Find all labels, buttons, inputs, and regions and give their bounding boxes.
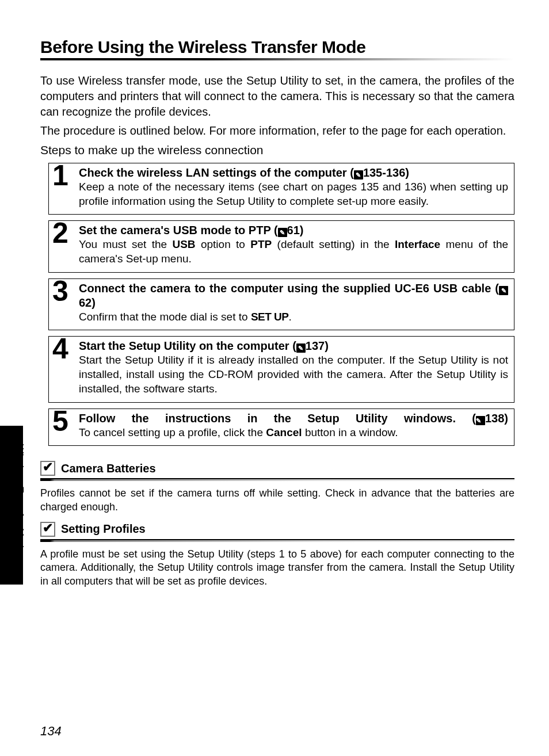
- step-body: Start the Setup Utility if it is already…: [79, 353, 508, 396]
- check-icon: [40, 461, 55, 476]
- step-box-2: 2 Set the camera's USB mode to PTP (✎61)…: [48, 220, 514, 272]
- page-number: 134: [40, 724, 62, 739]
- step-title-text: Follow the instructions in the Setup Uti…: [79, 412, 476, 425]
- divider: [40, 478, 514, 481]
- step-box-1: 1 Check the wireless LAN settings of the…: [48, 163, 514, 215]
- step-box-5: 5 Follow the instructions in the Setup U…: [48, 408, 514, 446]
- page-ref-icon: ✎: [354, 170, 363, 180]
- intro-paragraph-2: The procedure is outlined below. For mor…: [40, 123, 514, 139]
- steps-subheading: Steps to make up the wireless connection: [40, 143, 514, 157]
- step-box-4: 4 Start the Setup Utility on the compute…: [48, 336, 514, 402]
- check-icon: [40, 522, 55, 537]
- page-ref-icon: ✎: [278, 228, 287, 237]
- note-title: Setting Profiles: [61, 522, 146, 536]
- step-number: 1: [52, 161, 68, 190]
- page-ref-icon: ✎: [476, 416, 485, 425]
- step-body-post: .: [289, 311, 292, 323]
- intro-paragraph-1: To use Wireless transfer mode, use the S…: [40, 73, 514, 120]
- step-title-ref: 62): [79, 296, 96, 309]
- step-title: Connect the camera to the computer using…: [79, 281, 508, 310]
- step-number: 5: [52, 407, 68, 436]
- note-camera-batteries: Camera Batteries Profiles cannot be set …: [40, 461, 514, 514]
- step-number: 3: [52, 277, 68, 306]
- step-number: 4: [52, 334, 68, 363]
- note-setting-profiles: Setting Profiles A profile must be set u…: [40, 522, 514, 588]
- step-number: 2: [52, 219, 68, 247]
- note-body: A profile must be set using the Setup Ut…: [40, 548, 514, 588]
- step-title-ref: 135-136): [363, 166, 409, 179]
- step-title-ref: 137): [306, 339, 329, 352]
- step-body: Confirm that the mode dial is set to SET…: [79, 310, 508, 324]
- step-title: Follow the instructions in the Setup Uti…: [79, 411, 508, 426]
- page-ref-icon: ✎: [499, 286, 508, 295]
- step-title: Start the Setup Utility on the computer …: [79, 339, 508, 353]
- note-body: Profiles cannot be set if the camera tur…: [40, 487, 514, 514]
- step-title-text: Set the camera's USB mode to PTP (: [79, 224, 278, 236]
- step-body: You must set the USB option to PTP (defa…: [79, 238, 508, 266]
- step-box-3: 3 Connect the camera to the computer usi…: [48, 278, 514, 331]
- step-title: Set the camera's USB mode to PTP (✎61): [79, 223, 508, 238]
- step-title: Check the wireless LAN settings of the c…: [79, 166, 508, 180]
- step-title-text: Connect the camera to the computer using…: [79, 282, 499, 295]
- section-heading: Before Using the Wireless Transfer Mode: [40, 37, 514, 59]
- step-title-ref: 61): [287, 224, 304, 236]
- step-body: To cancel setting up a profile, click th…: [79, 426, 508, 440]
- mode-dial-setup-label: SET UP: [251, 311, 289, 323]
- note-title: Camera Batteries: [61, 462, 156, 475]
- page-ref-icon: ✎: [296, 343, 306, 353]
- step-title-text: Check the wireless LAN settings of the c…: [79, 166, 354, 179]
- divider: [40, 539, 514, 542]
- step-body-pre: Confirm that the mode dial is set to: [79, 311, 251, 323]
- step-title-ref: 138): [485, 412, 508, 425]
- step-title-text: Start the Setup Utility on the computer …: [79, 339, 296, 352]
- step-body: Keep a note of the necessary items (see …: [79, 180, 508, 208]
